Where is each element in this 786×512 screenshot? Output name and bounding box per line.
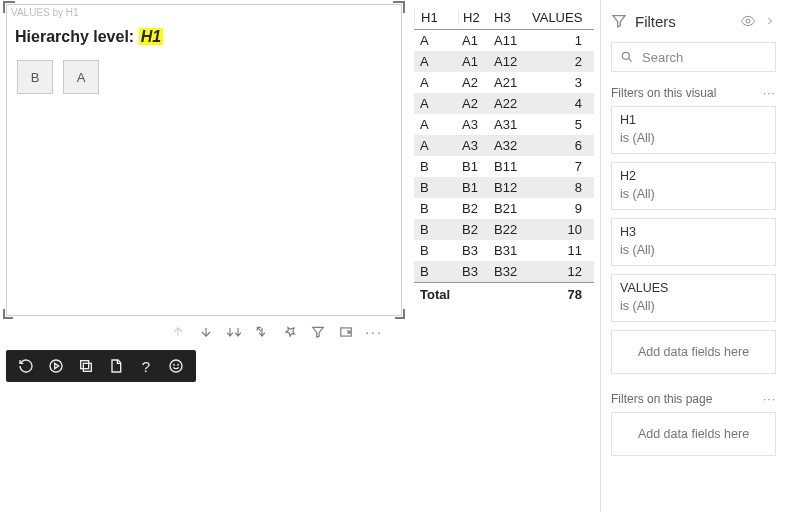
- table-row[interactable]: AA2A213: [414, 72, 594, 93]
- drop-area-page[interactable]: Add data fields here: [611, 412, 776, 456]
- svg-point-1: [50, 360, 62, 372]
- hierarchy-button-b[interactable]: B: [17, 60, 53, 94]
- svg-rect-3: [81, 361, 89, 369]
- table-row[interactable]: BB3B3111: [414, 240, 594, 261]
- page-icon[interactable]: [108, 358, 124, 374]
- section-page-filters: Filters on this page ···: [611, 392, 776, 406]
- table-row[interactable]: AA3A326: [414, 135, 594, 156]
- visual-action-bar: ···: [170, 324, 382, 340]
- table-row[interactable]: AA1A122: [414, 51, 594, 72]
- hierarchy-button-a[interactable]: A: [63, 60, 99, 94]
- eye-icon[interactable]: [740, 13, 756, 29]
- table-row[interactable]: BB1B117: [414, 156, 594, 177]
- filters-header: Filters: [611, 0, 776, 42]
- svg-point-6: [178, 364, 179, 365]
- smile-icon[interactable]: [168, 358, 184, 374]
- col-values[interactable]: VALUES: [532, 10, 590, 25]
- filters-search[interactable]: Search: [611, 42, 776, 72]
- section-visual-filters: Filters on this visual ···: [611, 86, 776, 100]
- col-h2[interactable]: H2: [458, 10, 492, 25]
- filters-title: Filters: [635, 13, 676, 30]
- filter-card[interactable]: H1is (All): [611, 106, 776, 154]
- collapse-icon[interactable]: [764, 15, 776, 27]
- copy-icon[interactable]: [78, 358, 94, 374]
- hierarchy-label: Hierarchy level:: [15, 28, 139, 45]
- drill-up-icon[interactable]: [170, 324, 186, 340]
- drill-down-icon[interactable]: [198, 324, 214, 340]
- table-total-row: Total 78: [414, 282, 594, 306]
- table-row[interactable]: BB1B128: [414, 177, 594, 198]
- search-placeholder: Search: [642, 50, 683, 65]
- table-header: H1 H2 H3 VALUES: [414, 4, 594, 30]
- table-row[interactable]: AA1A111: [414, 30, 594, 51]
- table-row[interactable]: AA3A315: [414, 114, 594, 135]
- hierarchy-line: Hierarchy level: H1: [7, 18, 401, 60]
- table-row[interactable]: BB2B2210: [414, 219, 594, 240]
- help-icon[interactable]: ?: [138, 358, 154, 374]
- filter-card[interactable]: H2is (All): [611, 162, 776, 210]
- svg-point-8: [622, 52, 629, 59]
- hierarchy-value: H1: [139, 28, 163, 45]
- section-more-icon[interactable]: ···: [763, 392, 776, 406]
- filter-card[interactable]: VALUESis (All): [611, 274, 776, 322]
- filter-card[interactable]: H3is (All): [611, 218, 776, 266]
- svg-rect-2: [83, 363, 91, 371]
- table-row[interactable]: AA2A224: [414, 93, 594, 114]
- play-icon[interactable]: [48, 358, 64, 374]
- funnel-icon: [611, 13, 627, 29]
- data-table: H1 H2 H3 VALUES AA1A111AA1A122AA2A213AA2…: [414, 4, 594, 306]
- more-icon[interactable]: ···: [366, 324, 382, 340]
- visual-title: VALUES by H1: [7, 5, 401, 18]
- focus-icon[interactable]: [338, 324, 354, 340]
- table-row[interactable]: BB2B219: [414, 198, 594, 219]
- search-icon: [620, 50, 634, 64]
- section-page-label: Filters on this page: [611, 392, 712, 406]
- section-visual-label: Filters on this visual: [611, 86, 716, 100]
- col-h3[interactable]: H3: [492, 10, 532, 25]
- svg-point-7: [746, 19, 750, 23]
- filter-icon[interactable]: [310, 324, 326, 340]
- pin-icon[interactable]: [282, 324, 298, 340]
- visual-card[interactable]: VALUES by H1 Hierarchy level: H1 B A: [6, 4, 402, 316]
- drill-all-icon[interactable]: [226, 324, 242, 340]
- section-more-icon[interactable]: ···: [763, 86, 776, 100]
- drop-area-visual[interactable]: Add data fields here: [611, 330, 776, 374]
- col-h1[interactable]: H1: [414, 10, 458, 25]
- table-row[interactable]: BB3B3212: [414, 261, 594, 282]
- dark-toolbar: ?: [6, 350, 196, 382]
- filters-pane: Filters Search Filters on this visual ··…: [600, 0, 786, 512]
- expand-icon[interactable]: [254, 324, 270, 340]
- total-value: 78: [532, 287, 590, 302]
- svg-point-5: [174, 364, 175, 365]
- svg-point-4: [170, 360, 182, 372]
- refresh-icon[interactable]: [18, 358, 34, 374]
- hierarchy-buttons: B A: [7, 60, 401, 94]
- total-label: Total: [414, 287, 532, 302]
